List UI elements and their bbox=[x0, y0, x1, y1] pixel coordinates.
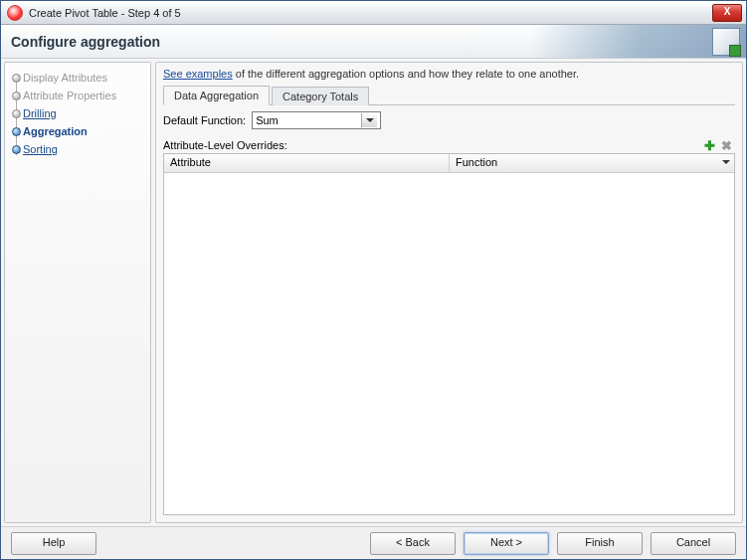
sidebar-item-label: Sorting bbox=[23, 143, 58, 155]
sidebar-item-label: Attribute Properties bbox=[23, 90, 116, 101]
table-body-empty bbox=[164, 173, 734, 514]
hint-rest: of the different aggregation options and… bbox=[233, 68, 579, 80]
sidebar-item-label: Aggregation bbox=[23, 125, 88, 137]
add-override-button[interactable]: ✚ bbox=[703, 139, 716, 152]
close-button[interactable]: X bbox=[712, 4, 742, 22]
delete-override-button: ✖ bbox=[720, 139, 733, 152]
chevron-down-icon bbox=[722, 160, 730, 164]
step-dot-icon bbox=[12, 127, 21, 136]
step-dot-icon bbox=[12, 109, 21, 118]
wizard-steps-sidebar: Display Attributes Attribute Properties … bbox=[4, 62, 151, 523]
default-function-row: Default Function: Sum bbox=[163, 111, 735, 129]
default-function-label: Default Function: bbox=[163, 114, 246, 126]
help-button[interactable]: Help bbox=[11, 532, 96, 555]
tab-category-totals[interactable]: Category Totals bbox=[272, 87, 369, 105]
dropdown-button[interactable] bbox=[361, 113, 377, 127]
hint-text: See examples of the different aggregatio… bbox=[163, 68, 735, 80]
content-panel: See examples of the different aggregatio… bbox=[155, 62, 743, 523]
table-header: Attribute Function bbox=[164, 154, 734, 173]
column-header-function-label: Function bbox=[456, 156, 497, 168]
sidebar-item-label: Display Attributes bbox=[23, 72, 107, 84]
tab-bar: Data Aggregation Category Totals bbox=[163, 83, 735, 105]
title-bar: Create Pivot Table - Step 4 of 5 X bbox=[1, 1, 746, 25]
header-bar: Configure aggregation bbox=[1, 25, 746, 59]
overrides-toolbar: ✚ ✖ bbox=[703, 137, 735, 153]
column-header-attribute[interactable]: Attribute bbox=[164, 154, 450, 172]
overrides-table: Attribute Function bbox=[163, 153, 735, 515]
tab-data-aggregation[interactable]: Data Aggregation bbox=[163, 86, 270, 105]
sidebar-item-sorting[interactable]: Sorting bbox=[9, 140, 148, 158]
sidebar-item-label: Drilling bbox=[23, 107, 57, 119]
default-function-select[interactable]: Sum bbox=[252, 111, 381, 129]
tab-content: Default Function: Sum Attribute-Level Ov… bbox=[163, 105, 735, 515]
next-button[interactable]: Next > bbox=[464, 532, 549, 555]
overrides-label: Attribute-Level Overrides: bbox=[163, 139, 703, 151]
back-button[interactable]: < Back bbox=[370, 532, 456, 555]
step-dot-icon bbox=[12, 145, 21, 154]
content-area: See examples of the different aggregatio… bbox=[155, 62, 743, 523]
sidebar-item-attribute-properties: Attribute Properties bbox=[9, 87, 148, 104]
chevron-down-icon bbox=[366, 118, 374, 122]
finish-button[interactable]: Finish bbox=[557, 532, 643, 555]
page-title: Configure aggregation bbox=[11, 34, 160, 50]
step-dot-icon bbox=[12, 92, 21, 100]
header-decoration bbox=[531, 25, 746, 58]
window-title: Create Pivot Table - Step 4 of 5 bbox=[29, 7, 712, 19]
default-function-value: Sum bbox=[256, 114, 361, 126]
column-header-function[interactable]: Function bbox=[450, 154, 734, 172]
button-bar: Help < Back Next > Finish Cancel bbox=[1, 526, 746, 559]
sidebar-item-aggregation: Aggregation bbox=[9, 122, 148, 140]
sidebar-item-display-attributes: Display Attributes bbox=[9, 69, 148, 87]
dialog-body: Display Attributes Attribute Properties … bbox=[1, 59, 746, 526]
cancel-button[interactable]: Cancel bbox=[651, 532, 736, 555]
step-dot-icon bbox=[12, 74, 21, 83]
sidebar-item-drilling[interactable]: Drilling bbox=[9, 104, 148, 122]
pivot-table-icon bbox=[712, 28, 740, 56]
dialog-window: Create Pivot Table - Step 4 of 5 X Confi… bbox=[0, 0, 747, 560]
app-icon bbox=[7, 5, 23, 21]
see-examples-link[interactable]: See examples bbox=[163, 68, 233, 80]
